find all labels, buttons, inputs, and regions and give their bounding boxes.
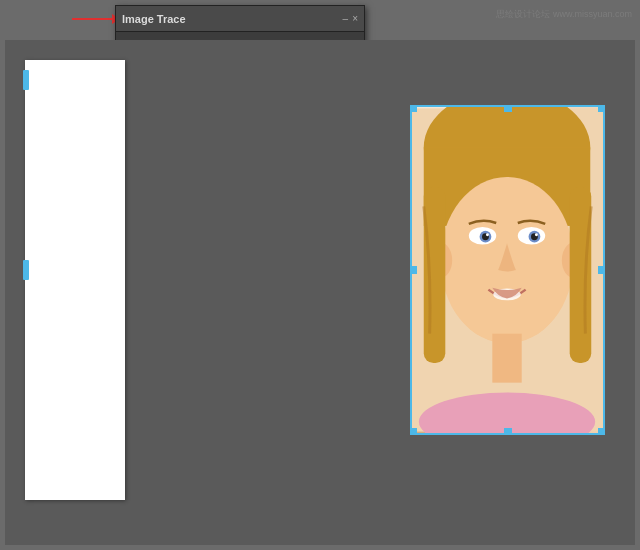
handle-mr[interactable] [598, 266, 605, 274]
face-svg [412, 107, 603, 433]
handle-tm[interactable] [504, 105, 512, 112]
handle-bl[interactable] [410, 428, 417, 435]
handle-tl[interactable] [410, 105, 417, 112]
white-doc [25, 60, 125, 500]
minimize-btn[interactable]: – [343, 13, 349, 24]
panel-titlebar: Image Trace – × [116, 6, 364, 32]
svg-rect-30 [492, 334, 521, 383]
close-btn[interactable]: × [352, 13, 358, 24]
handle-tr[interactable] [598, 105, 605, 112]
svg-rect-29 [570, 187, 592, 363]
photo-content [412, 107, 603, 433]
svg-point-25 [486, 233, 489, 236]
handle-br[interactable] [598, 428, 605, 435]
svg-rect-28 [424, 187, 446, 363]
panel-title: Image Trace [122, 13, 186, 25]
selection-handle-left2[interactable] [23, 260, 29, 280]
handle-ml[interactable] [410, 266, 417, 274]
handle-bm[interactable] [504, 428, 512, 435]
canvas-area [5, 40, 635, 545]
arrow-indicator [72, 18, 120, 20]
titlebar-controls: – × [343, 13, 358, 24]
selection-handle-left[interactable] [23, 70, 29, 90]
watermark: 思绘设计论坛 www.missyuan.com [496, 8, 632, 21]
svg-point-26 [535, 233, 538, 236]
photo-frame [410, 105, 605, 435]
